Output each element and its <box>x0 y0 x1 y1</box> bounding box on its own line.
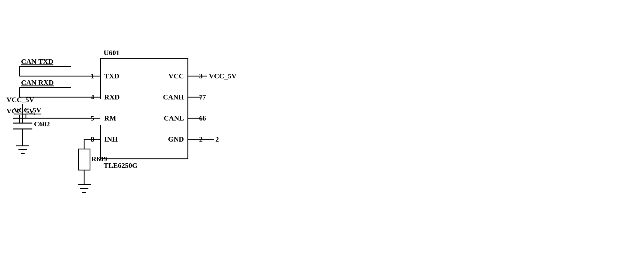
schematic-canvas <box>0 0 644 277</box>
